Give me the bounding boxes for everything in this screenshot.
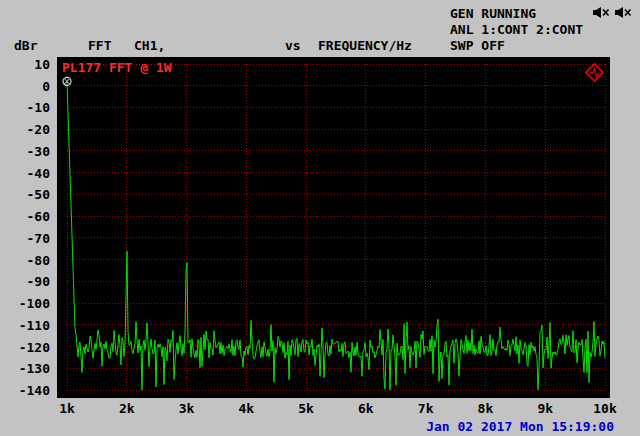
y-tick-label: -70 [27,230,50,245]
y-tick-label: -110 [19,317,50,332]
channel-label: CH1, [134,39,165,53]
x-tick-label: 9k [537,401,553,416]
swp-status: SWP OFF [450,39,505,53]
y-tick-label: -20 [27,122,50,137]
y-tick-label: 0 [42,78,50,93]
x-axis-unit-label: FREQUENCY/Hz [318,39,412,53]
x-tick-label: 2k [119,401,135,416]
y-tick-label: -130 [19,361,50,376]
titlebar-icons [593,6,632,19]
x-tick-label: 3k [179,401,195,416]
rs-logo-icon [585,63,604,82]
function-label: FFT [88,39,111,53]
x-tick-label: 10k [593,401,616,416]
datetime: Jan 02 2017 Mon 15:19:00 [426,419,614,434]
y-unit-label: dBr [14,39,37,53]
y-tick-label: -50 [27,187,50,202]
y-tick-label: -30 [27,143,50,158]
y-tick-label: -140 [19,383,50,398]
y-tick-label: -10 [27,100,50,115]
x-tick-label: 5k [298,401,314,416]
y-tick-label: -120 [19,339,50,354]
x-tick-label: 4k [239,401,255,416]
y-tick-label: 10 [34,57,50,72]
y-tick-label: -100 [19,296,50,311]
y-tick-label: -60 [27,209,50,224]
fft-trace [67,81,605,390]
x-tick-label: 8k [478,401,494,416]
x-tick-label: 6k [358,401,374,416]
gen-status: GEN RUNNING [450,7,536,21]
x-axis-labels: 1k2k3k4k5k6k7k8k9k10k [57,400,610,416]
plot-svg [57,57,610,398]
analyzer-screen: GEN RUNNING ANL 1:CONT 2:CONT SWP OFF dB… [0,0,640,436]
x-tick-label: 7k [418,401,434,416]
y-tick-label: -80 [27,252,50,267]
speaker-muted-icon [593,6,610,19]
speaker-muted-icon [615,6,632,19]
x-tick-label: 1k [59,401,75,416]
vs-label: vs [285,39,301,53]
y-tick-label: -40 [27,165,50,180]
anl-status: ANL 1:CONT 2:CONT [450,23,583,37]
y-tick-label: -90 [27,274,50,289]
plot-title: PL177 FFT @ 1W [62,60,172,75]
y-axis-labels: 100-10-20-30-40-50-60-70-80-90-100-110-1… [0,57,54,398]
plot-area: PL177 FFT @ 1W [57,57,610,398]
